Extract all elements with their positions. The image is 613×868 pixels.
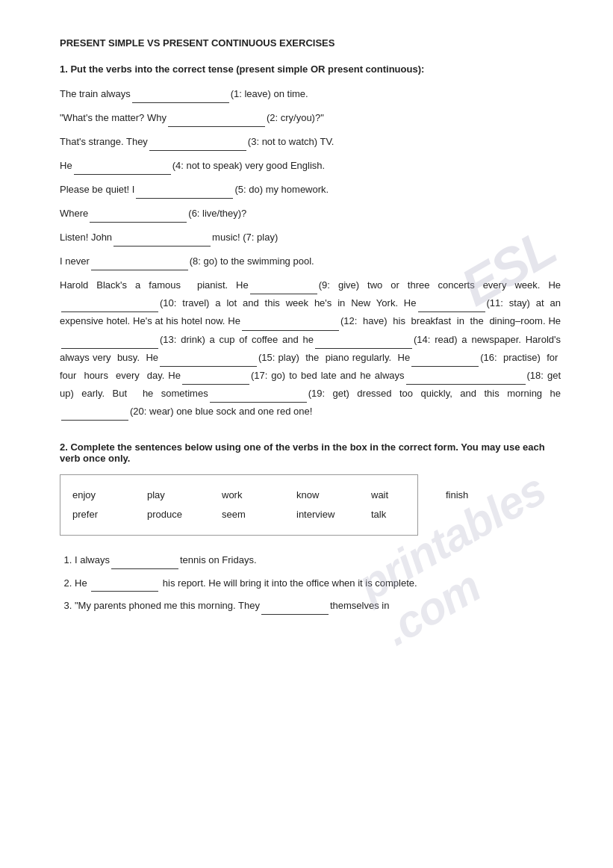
blank-19[interactable] (210, 402, 307, 403)
blank-10[interactable] (61, 311, 158, 312)
blank-6[interactable] (90, 222, 187, 223)
blank-12[interactable] (242, 330, 339, 331)
verb-work: work (222, 486, 267, 505)
blank-s2-2[interactable] (91, 591, 158, 592)
verb-produce: produce (147, 505, 192, 524)
verb-finish: finish (446, 486, 491, 505)
blank-15[interactable] (160, 366, 257, 367)
blank-13[interactable] (61, 348, 158, 349)
blank-20[interactable] (61, 420, 128, 421)
verb-seem: seem (222, 505, 267, 524)
blank-5[interactable] (136, 198, 233, 199)
verb-prefer: prefer (72, 505, 117, 524)
blank-17[interactable] (182, 384, 249, 385)
sentence-6: Where(6: live/they)? (60, 205, 561, 223)
blank-11[interactable] (418, 311, 485, 312)
blank-s2-1[interactable] (111, 568, 178, 569)
sentence-2: "What's the matter? Why(2: cry/you)?" (60, 109, 561, 127)
section1-header: 1. Put the verbs into the correct tense … (60, 63, 561, 75)
blank-14[interactable] (315, 348, 412, 349)
verb-enjoy: enjoy (72, 486, 117, 505)
sentence-5: Please be quiet! I(5: do) my homework. (60, 181, 561, 199)
verb-talk: talk (371, 505, 416, 524)
list-item-1: I alwaystennis on Fridays. (75, 552, 561, 569)
sentence-8: I never(8: go) to the swimming pool. (60, 252, 561, 270)
blank-2[interactable] (168, 126, 265, 127)
blank-3[interactable] (149, 150, 246, 151)
blank-16[interactable] (411, 366, 479, 367)
blank-1[interactable] (132, 102, 229, 103)
verb-play: play (147, 486, 192, 505)
list-item-3: "My parents phoned me this morning. They… (75, 598, 561, 615)
section2-list: I alwaystennis on Fridays. He his report… (75, 552, 561, 615)
verb-know: know (296, 486, 341, 505)
blank-9[interactable] (250, 294, 317, 294)
blank-4[interactable] (74, 174, 171, 175)
blank-7[interactable] (113, 246, 211, 247)
harold-paragraph: Harold Black's a famous pianist. He(9: g… (60, 276, 561, 420)
sentence-4: He(4: not to speak) very good English. (60, 157, 561, 175)
blank-8[interactable] (91, 270, 188, 270)
list-item-2: He his report. He will bring it into the… (75, 575, 561, 592)
sentence-7: Listen! Johnmusic! (7: play) (60, 229, 561, 247)
verb-interview: interview (296, 505, 341, 524)
verb-row-2: prefer produce seem interview talk (72, 505, 405, 524)
blank-18[interactable] (406, 384, 526, 385)
section2-header-text: 2. Complete the sentences below using on… (60, 441, 545, 464)
section2-header: 2. Complete the sentences below using on… (60, 441, 561, 464)
sentence-1: The train always(1: leave) on time. (60, 85, 561, 103)
blank-s2-3[interactable] (261, 614, 329, 615)
sentence-3: That's strange. They(3: not to watch) TV… (60, 133, 561, 151)
verb-wait: wait (371, 486, 416, 505)
verb-box: enjoy play work know wait finish prefer … (60, 474, 418, 536)
page-title: PRESENT SIMPLE VS PRESENT CONTINUOUS EXE… (60, 37, 561, 49)
verb-row-1: enjoy play work know wait finish (72, 486, 405, 505)
